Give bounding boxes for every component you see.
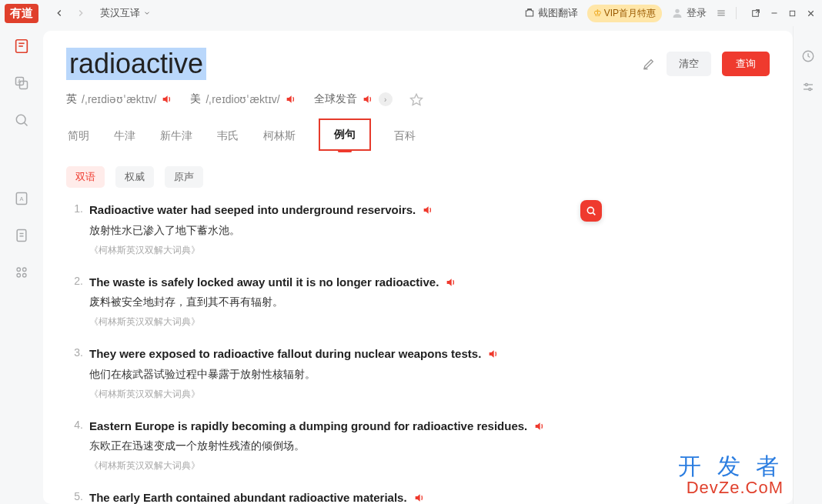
tab-examples[interactable]: 例句 — [319, 118, 371, 151]
handwriting-icon[interactable] — [642, 57, 656, 71]
example-english: Eastern Europe is rapidly becoming a dum… — [89, 418, 527, 436]
watermark: 开 发 者 DevZe.CoM — [678, 454, 784, 496]
login-button[interactable]: 登录 — [671, 6, 707, 20]
svg-text:A: A — [18, 78, 22, 84]
example-source: 《柯林斯英汉双解大词典》 — [89, 315, 764, 329]
sidebar-search-icon[interactable] — [12, 111, 31, 129]
svg-point-1 — [675, 9, 679, 13]
maximize-icon[interactable] — [788, 9, 797, 18]
sidebar-translate-icon[interactable]: A — [12, 74, 31, 92]
tab-concise[interactable]: 简明 — [66, 125, 91, 151]
svg-marker-40 — [490, 351, 494, 358]
uk-ipa: /ˌreɪdiəʊˈæktɪv/ — [82, 93, 156, 105]
example-number: 1. — [66, 202, 83, 257]
svg-point-25 — [23, 268, 27, 272]
app-logo-text: 有道 — [5, 4, 38, 23]
sidebar-apps-icon[interactable] — [12, 263, 31, 282]
uk-label: 英 — [66, 92, 77, 106]
example-source: 《柯林斯英汉双解大词典》 — [89, 244, 764, 257]
filter-authoritative[interactable]: 权威 — [115, 166, 154, 188]
menu-icon[interactable] — [716, 8, 727, 18]
example-item: 1.Radioactive water had seeped into unde… — [66, 202, 764, 257]
tab-new-oxford[interactable]: 新牛津 — [159, 125, 194, 151]
clear-button[interactable]: 清空 — [667, 52, 711, 76]
divider — [736, 7, 737, 19]
right-sidebar — [793, 26, 822, 504]
example-number: 4. — [66, 418, 83, 473]
chevron-right-icon: › — [379, 92, 393, 106]
example-source: 《柯林斯英汉双解大词典》 — [89, 388, 764, 401]
filter-voice[interactable]: 原声 — [165, 166, 203, 188]
example-item: 3.They were exposed to radioactive fallo… — [66, 345, 764, 401]
svg-marker-38 — [424, 207, 429, 214]
vip-badge[interactable]: ♔ VIP首月特惠 — [587, 5, 662, 22]
svg-point-17 — [16, 115, 25, 124]
svg-point-30 — [805, 84, 807, 86]
close-icon[interactable] — [806, 8, 816, 18]
example-number: 5. — [66, 489, 83, 504]
uk-pronunciation: 英 /ˌreɪdiəʊˈæktɪv/ — [66, 92, 173, 106]
history-icon[interactable] — [801, 49, 815, 63]
us-ipa: /ˌreɪdioʊˈæktɪv/ — [206, 93, 279, 105]
example-chinese: 他们在核武器试验过程中暴露于放射性核辐射。 — [89, 368, 764, 382]
global-pronunciation[interactable]: 全球发音 › — [314, 92, 393, 106]
svg-line-44 — [593, 212, 595, 215]
floating-search-icon[interactable] — [580, 200, 602, 222]
watermark-line2: DevZe.CoM — [678, 479, 784, 496]
us-speaker-icon[interactable] — [285, 93, 297, 105]
example-number: 2. — [66, 274, 83, 329]
language-mode-dropdown[interactable]: 英汉互译 — [100, 6, 151, 20]
uk-speaker-icon[interactable] — [161, 93, 173, 105]
example-item: 5.The early Earth contained abundant rad… — [66, 489, 764, 504]
example-list: 1.Radioactive water had seeped into unde… — [66, 202, 770, 504]
login-label: 登录 — [687, 6, 707, 20]
settings-sliders-icon[interactable] — [801, 80, 815, 94]
svg-marker-36 — [363, 95, 368, 102]
example-item: 4.Eastern Europe is rapidly becoming a d… — [66, 418, 764, 473]
us-pronunciation: 美 /ˌreɪdioʊˈæktɪv/ — [190, 92, 296, 106]
nav-arrows — [51, 5, 89, 22]
screenshot-translate-button[interactable]: 截图翻译 — [524, 6, 578, 20]
global-speaker-icon — [362, 93, 374, 105]
search-word[interactable]: radioactive — [66, 48, 206, 80]
example-filters: 双语 权威 原声 — [66, 166, 770, 188]
back-button[interactable] — [51, 5, 68, 22]
tab-webster[interactable]: 韦氏 — [216, 125, 240, 151]
example-speaker-icon[interactable] — [533, 420, 546, 432]
forward-button[interactable] — [72, 5, 89, 22]
example-chinese: 废料被安全地封存，直到其不再有辐射。 — [89, 295, 764, 309]
svg-marker-42 — [415, 495, 419, 502]
left-sidebar: A A — [0, 26, 43, 504]
example-speaker-icon[interactable] — [422, 204, 434, 216]
sidebar-wordbook-icon[interactable]: A — [12, 189, 31, 208]
search-button[interactable]: 查询 — [722, 52, 770, 76]
filter-bilingual[interactable]: 双语 — [66, 166, 105, 188]
svg-point-27 — [23, 274, 27, 278]
vip-label: VIP首月特惠 — [604, 7, 656, 20]
tab-encyclopedia[interactable]: 百科 — [393, 125, 417, 151]
minimize-icon[interactable] — [770, 8, 779, 18]
example-english: The waste is safely locked away until it… — [89, 274, 439, 292]
pin-icon[interactable] — [750, 8, 760, 18]
svg-point-43 — [587, 207, 593, 213]
example-number: 3. — [66, 345, 83, 401]
sidebar-dictionary-icon[interactable] — [12, 37, 31, 55]
example-speaker-icon[interactable] — [487, 348, 500, 360]
search-actions: 清空 查询 — [642, 52, 770, 76]
favorite-star-icon[interactable] — [409, 92, 423, 106]
tabs: 简明 牛津 新牛津 韦氏 柯林斯 例句 百科 — [66, 125, 770, 151]
tab-collins[interactable]: 柯林斯 — [262, 125, 297, 151]
app-logo: 有道 — [0, 0, 43, 26]
tab-oxford[interactable]: 牛津 — [112, 125, 137, 151]
window-controls — [750, 8, 816, 18]
example-english: The early Earth contained abundant radio… — [89, 489, 407, 504]
screenshot-translate-label: 截图翻译 — [538, 6, 578, 20]
main-panel: radioactive 清空 查询 英 /ˌreɪdiəʊˈæktɪv/ 美 /… — [43, 31, 793, 504]
example-speaker-icon[interactable] — [445, 276, 457, 289]
language-mode-label: 英汉互译 — [100, 6, 140, 20]
example-source: 《柯林斯英汉双解大词典》 — [89, 459, 764, 472]
svg-marker-41 — [536, 422, 540, 429]
example-speaker-icon[interactable] — [413, 492, 426, 504]
sidebar-document-icon[interactable] — [12, 226, 31, 245]
svg-line-18 — [24, 122, 27, 125]
